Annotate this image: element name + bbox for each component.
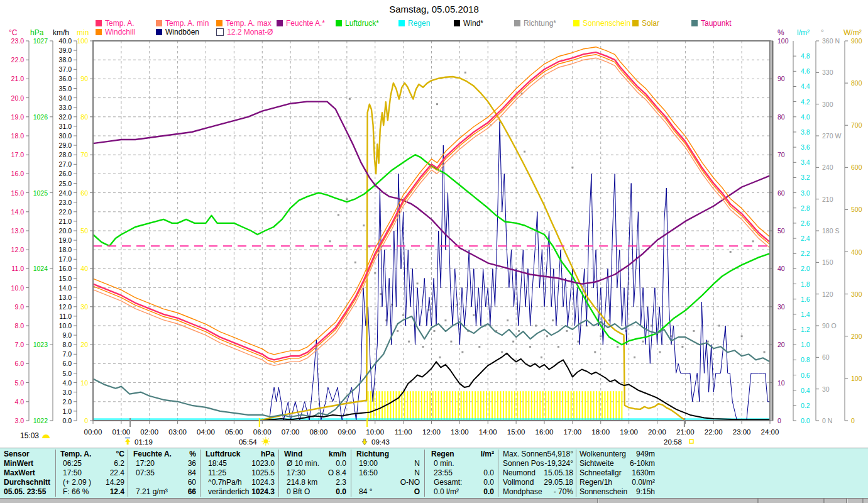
axis-label: 180 S [822,227,839,235]
axis-label: 50 [80,227,88,235]
axis-label: 18.0 [59,246,72,253]
table-value: 1024.3 [251,478,275,487]
axis-label: 30 [80,303,88,311]
axis-label: 12.0 [11,246,25,253]
row-label: Sensor [4,450,30,458]
axis-label: 400 [851,248,862,256]
axis-label: 3.0 [62,389,72,396]
table-cell: 18:45 [208,459,227,468]
axis-label: 40 [80,265,88,272]
column-unit: °C [116,450,124,458]
status-bar-divider [862,499,864,503]
axis-label: 03:00 [168,428,187,436]
axis-label: 0.8 [801,356,810,363]
axis-label: 300 [851,290,862,298]
axis-kmh [74,41,77,421]
axis-label: 210 [822,196,833,203]
table-value: 36 [188,459,196,468]
table-cell: Sonnen Pos [503,459,544,468]
stats-table: SensorMinWertMaxWertDurchschnitt05.05. 2… [0,448,868,498]
axis-label: 3.0 [801,189,810,197]
column-unit: % [189,450,196,458]
axis-label: 1.0 [62,407,72,415]
axis-label: 21.0 [59,218,72,225]
table-value: 0.0 [336,459,346,468]
axis-label: km/h [53,28,69,37]
axis-label: 100 [77,37,88,45]
axis-label: 26.0 [59,170,72,177]
axis-label: 1023 [33,341,48,348]
axis-label: 0.2 [801,402,810,409]
axis-label: 1025 [33,189,48,197]
table-cell: Sichtweite [580,459,614,468]
table-cell: 84 ° [359,487,372,496]
axis-label: 1022 [33,417,48,424]
axis-label: 34.0 [59,94,72,102]
table-value: 0.0 [483,478,494,487]
axis-label: 300 [822,101,833,108]
sunrise-icon [263,439,268,444]
axis-label: 700 [851,121,862,129]
table-value: 29.05.18 [544,478,573,487]
axis-label: 20 [80,341,88,348]
axis-label: 16.0 [11,170,25,177]
table-value: 0.0 [336,487,346,496]
column-header: Temp. A. [60,450,91,458]
table-separator [576,450,576,497]
table-value: 0.0l/m² [632,478,655,487]
table-value: 14.29 [106,478,124,487]
axis-label: 4.4 [801,82,810,90]
table-value: 12.4 [110,487,124,496]
axis-label: 330 [822,69,833,76]
axis-label: 39.0 [59,47,72,54]
axis-label: 60 [777,189,785,197]
axis-lm2 [793,41,796,421]
axis-label: 22.0 [59,208,72,216]
sunset-square-icon [689,439,693,443]
axis-label: 5.0 [14,379,24,387]
axis-label: 27.0 [59,160,72,168]
axis-c [26,41,29,421]
moonset-arrow-icon [125,438,130,445]
axis-label: 0 [84,417,88,424]
axis-label: 14.0 [59,284,72,292]
axis-label: 0 [851,417,855,424]
axis-label: 10:00 [366,428,384,436]
table-value: 15.05.18 [544,468,573,477]
table-cell: 06:25 [63,459,82,468]
axis-label: 40.0 [59,37,72,45]
axis-label: 22:00 [705,428,723,436]
table-value: N [414,468,420,477]
axis-label: 19.0 [59,236,72,244]
table-value: O [414,487,420,496]
table-separator [351,450,351,497]
table-value: 22.4 [110,468,124,477]
axis-label: 0.4 [801,387,810,394]
axis-label: 1026 [33,113,48,121]
table-separator [278,450,279,497]
axis-label: 10.0 [11,284,25,292]
table-value: 6.2 [114,459,124,468]
axis-label: 9.0 [14,303,24,311]
axis-label: 10.0 [59,322,72,329]
axis-label: 360 N [822,37,840,45]
axis-label: 17.0 [11,151,25,158]
axis-deg [816,41,819,421]
axis-label: 150 [822,258,833,266]
table-cell: F: 66 % [63,487,89,496]
axis-label: 3.0 [14,417,24,424]
axis-label: ° [821,28,824,37]
axis-label: 23:00 [733,428,751,436]
table-cell: 16:50 [359,468,378,477]
axis-label: 3.8 [801,128,810,136]
axis-label: 100 [777,37,789,45]
status-bar-divider [846,499,848,503]
axis-label: 17.0 [59,255,72,263]
axis-label: 2.8 [801,204,810,212]
axis-label: 12:00 [422,428,441,436]
table-cell: Max. Sonnen [503,450,547,458]
status-bar-divider [757,499,759,503]
axis-label: 30 [777,303,785,311]
table-cell: 0 Bft O [287,487,310,496]
axis-label: 3.6 [801,143,810,151]
